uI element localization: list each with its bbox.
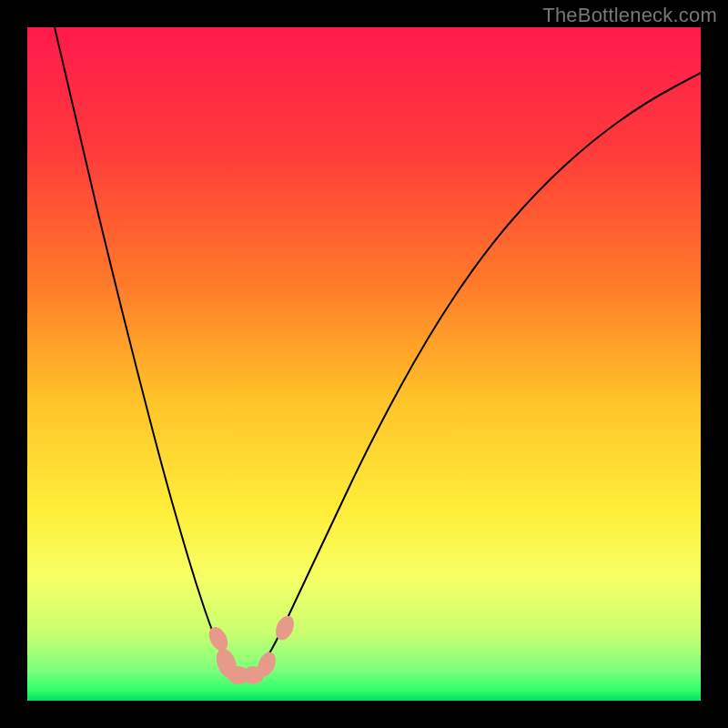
plot-area <box>27 27 701 701</box>
watermark-label: TheBottleneck.com <box>542 4 717 27</box>
chart-svg <box>27 27 701 701</box>
gradient-background <box>27 27 701 701</box>
chart-frame: TheBottleneck.com <box>0 0 728 728</box>
